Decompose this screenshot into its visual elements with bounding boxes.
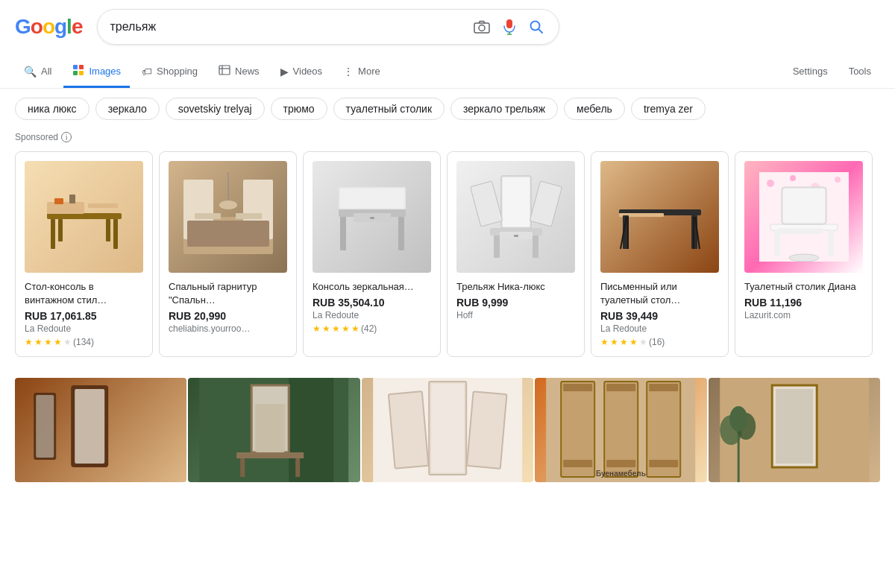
chip-sovetskiy[interactable]: sovetskiy trelyaj — [166, 98, 265, 120]
svg-rect-8 — [79, 65, 84, 69]
chip-mebel[interactable]: мебель — [564, 98, 625, 120]
sponsored-section: Sponsored i — [0, 129, 895, 148]
search-icons — [471, 16, 547, 38]
review-count-1: (134) — [73, 337, 94, 347]
svg-rect-28 — [236, 213, 262, 219]
product-card-2[interactable]: Спальный гарнитур "Спальн… RUB 20,990 ch… — [159, 151, 297, 357]
product-image-5 — [600, 161, 719, 273]
product-stars-3: ★ ★ ★ ★ ★ (42) — [313, 323, 431, 334]
svg-rect-81 — [389, 392, 429, 470]
image-thumb-1[interactable] — [15, 378, 186, 482]
svg-rect-14 — [47, 213, 122, 219]
product-card-4[interactable]: Трельяж Ника-люкс RUB 9,999 Hoff — [447, 151, 585, 357]
logo-letter-g2: g — [54, 15, 66, 39]
image-thumb-4[interactable]: Буенамебель — [535, 378, 706, 482]
svg-line-6 — [538, 29, 542, 33]
tab-news[interactable]: News — [210, 57, 268, 88]
camera-search-button[interactable] — [471, 17, 493, 37]
image-thumb-5[interactable] — [709, 378, 880, 482]
logo-letter-o2: o — [43, 15, 54, 39]
mirror-svg-2 — [188, 378, 359, 482]
chip-tualetnyy-stolik[interactable]: туалетный столик — [333, 98, 445, 120]
product-price-5: RUB 39,449 — [600, 310, 719, 322]
google-logo[interactable]: Google — [15, 15, 82, 39]
sponsored-info-icon[interactable]: i — [61, 132, 72, 142]
logo-letter-g: G — [15, 15, 31, 39]
star-5: ★ — [63, 337, 72, 347]
shopping-tab-icon: 🏷 — [142, 66, 152, 78]
product-image-6 — [744, 161, 863, 273]
tab-more-label: More — [358, 66, 380, 77]
images-tab-icon — [72, 64, 84, 78]
furniture-svg-1 — [36, 172, 133, 262]
voice-search-button[interactable] — [500, 16, 518, 38]
product-store-2: cheliabins.yourroo… — [169, 323, 287, 334]
star5-5: ★ — [639, 337, 647, 347]
svg-point-1 — [479, 25, 485, 31]
star5-1: ★ — [600, 337, 609, 347]
camera-icon — [474, 20, 490, 34]
svg-rect-39 — [503, 177, 530, 227]
search-submit-button[interactable] — [526, 16, 547, 37]
image-thumb-3[interactable] — [362, 378, 533, 482]
product-store-5: La Redoute — [600, 323, 719, 334]
product-card-1[interactable]: Стол-консоль в винтажном стил… RUB 17,06… — [15, 151, 153, 357]
star5-3: ★ — [620, 337, 628, 347]
chip-nika-lyuks[interactable]: ника люкс — [15, 98, 90, 120]
svg-rect-44 — [533, 235, 538, 258]
svg-rect-80 — [431, 384, 464, 472]
tab-all[interactable]: 🔍 All — [15, 58, 60, 87]
svg-rect-9 — [73, 71, 78, 75]
mirror-svg-3 — [362, 378, 533, 482]
star3-3: ★ — [332, 323, 340, 334]
product-card-5[interactable]: Письменный или туалетный стол… RUB 39,44… — [591, 151, 729, 357]
svg-rect-27 — [195, 213, 221, 219]
product-card-6[interactable]: Туалетный столик Диана RUB 11,196 Lazuri… — [735, 151, 873, 357]
product-card-3[interactable]: Консоль зеркальная… RUB 35,504.10 La Red… — [303, 151, 441, 357]
svg-point-66 — [789, 254, 819, 262]
chip-tryumo[interactable]: трюмо — [271, 98, 327, 120]
star3-1: ★ — [313, 323, 321, 334]
star3-2: ★ — [322, 323, 330, 334]
tab-images[interactable]: Images — [63, 57, 130, 88]
product-image-1 — [25, 161, 143, 273]
logo-letter-e: e — [72, 15, 83, 39]
tab-videos[interactable]: ▶ Videos — [271, 58, 332, 87]
product-price-4: RUB 9,999 — [456, 297, 575, 309]
svg-rect-95 — [776, 389, 813, 464]
svg-rect-88 — [563, 460, 592, 467]
svg-point-56 — [767, 180, 774, 187]
chip-zerkalo[interactable]: зеркало — [95, 98, 160, 120]
svg-rect-82 — [467, 392, 507, 470]
chip-zerkalo-trelyazh[interactable]: зеркало трельяж — [450, 98, 558, 120]
svg-rect-20 — [88, 203, 118, 208]
svg-rect-91 — [649, 384, 678, 391]
svg-point-30 — [219, 200, 237, 209]
product-store-4: Hoff — [456, 310, 575, 320]
settings-link[interactable]: Settings — [784, 58, 837, 86]
chip-tremya[interactable]: tremya zer — [631, 98, 706, 120]
product-title-1: Стол-консоль в винтажном стил… — [25, 280, 143, 307]
svg-rect-46 — [514, 235, 518, 237]
tools-link[interactable]: Tools — [840, 58, 880, 86]
image-thumb-2[interactable] — [188, 378, 359, 482]
svg-rect-10 — [79, 71, 84, 75]
svg-rect-33 — [398, 217, 404, 250]
svg-rect-16 — [113, 219, 118, 249]
header: Google — [0, 0, 895, 54]
tab-more[interactable]: ⋮ More — [334, 58, 389, 87]
mirror-svg-1 — [15, 378, 186, 482]
svg-rect-65 — [778, 228, 823, 234]
svg-rect-87 — [563, 384, 592, 391]
tab-shopping-label: Shopping — [157, 66, 198, 77]
tab-images-label: Images — [89, 66, 121, 77]
svg-rect-17 — [58, 219, 63, 241]
search-input[interactable] — [110, 20, 463, 34]
svg-rect-15 — [51, 219, 55, 249]
image-results-row: Буенамебель — [0, 372, 895, 488]
svg-rect-40 — [470, 181, 502, 227]
tab-shopping[interactable]: 🏷 Shopping — [133, 58, 207, 87]
nav-settings: Settings Tools — [784, 58, 880, 86]
svg-point-59 — [835, 177, 841, 183]
logo-letter-o1: o — [31, 15, 43, 39]
